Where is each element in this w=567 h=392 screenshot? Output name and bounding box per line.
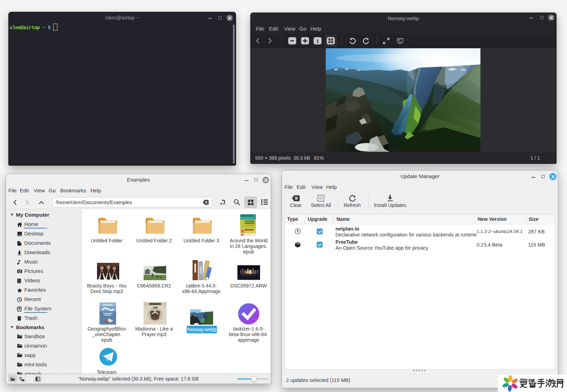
svg-text:1: 1: [316, 39, 319, 44]
